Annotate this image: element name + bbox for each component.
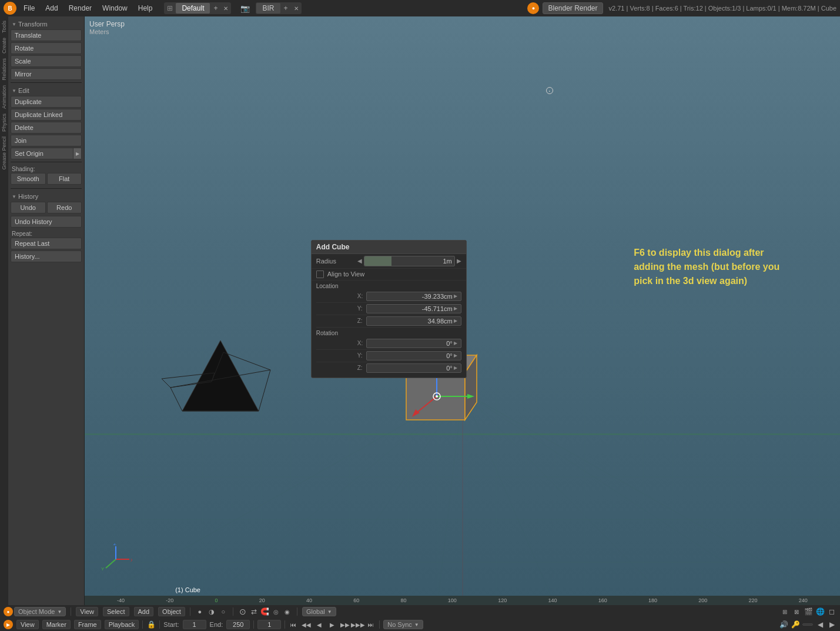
sidebar-tab-animation[interactable]: Animation xyxy=(1,84,8,111)
object-icon2[interactable]: ◻ xyxy=(827,607,836,616)
svg-point-35 xyxy=(436,395,438,398)
history-button[interactable]: History... xyxy=(11,251,82,262)
menu-file[interactable]: File xyxy=(20,3,38,14)
join-button[interactable]: Join xyxy=(11,135,82,146)
next-frame-button[interactable]: ▶▶▶ xyxy=(353,620,363,629)
timeline-view-button[interactable]: View xyxy=(16,620,39,629)
next-keyframe-button[interactable]: ▶▶ xyxy=(340,620,350,629)
flat-button[interactable]: Flat xyxy=(47,173,82,185)
delete-button[interactable]: Delete xyxy=(11,122,82,133)
blender-logo[interactable]: B xyxy=(4,2,16,15)
solid-shading-icon[interactable]: ● xyxy=(195,607,205,616)
duplicate-button[interactable]: Duplicate xyxy=(11,96,82,108)
current-frame-input[interactable] xyxy=(257,620,281,629)
timeline-playback-button[interactable]: Playback xyxy=(105,620,139,629)
timeline-lock-icon[interactable]: 🔒 xyxy=(146,620,156,629)
set-origin-button[interactable]: Set Origin xyxy=(11,148,73,159)
start-frame-input[interactable] xyxy=(183,620,206,629)
render-layers-icon[interactable]: ⊠ xyxy=(792,607,801,616)
menu-help[interactable]: Help xyxy=(135,3,156,14)
repeat-last-button[interactable]: Repeat Last xyxy=(11,238,82,249)
rotation-x-field[interactable]: 0° ▶ xyxy=(366,339,461,348)
keying-icon[interactable]: 🔑 xyxy=(791,620,800,629)
mode-selector-group: ● Object Mode ▼ xyxy=(4,607,66,616)
right-status-icons: ⊞ ⊠ 🎬 🌐 ◻ xyxy=(780,607,836,616)
transform-orientation-icon[interactable]: ⇄ xyxy=(249,607,259,616)
layer-icon[interactable]: ⊞ xyxy=(780,607,789,616)
translate-button[interactable]: Translate xyxy=(11,29,82,41)
timeline-right-icons: 🔊 🔑 ◀ ▶ xyxy=(779,620,836,629)
timeline-marker-button[interactable]: Marker xyxy=(42,620,71,629)
shading-label: Shading: xyxy=(11,165,82,173)
sync-dropdown[interactable]: No Sync ▼ xyxy=(383,620,423,629)
undo-history-button[interactable]: Undo History xyxy=(11,216,82,228)
location-y-field[interactable]: -45.711cm ▶ xyxy=(366,304,461,313)
tab-close-left[interactable]: ✕ xyxy=(221,4,230,13)
material-shading-icon[interactable]: ◑ xyxy=(207,607,216,616)
add-cube-dialog: Add Cube Radius ◀ 1m ▶ Align to View Loc… xyxy=(311,240,467,378)
set-origin-arrow[interactable]: ▶ xyxy=(73,148,82,159)
menu-add[interactable]: Add xyxy=(42,3,61,14)
workspace-icon[interactable]: ⊞ xyxy=(165,3,175,14)
tab-add-right[interactable]: + xyxy=(281,3,291,14)
smooth-button[interactable]: Smooth xyxy=(11,173,46,185)
sidebar-tab-physics[interactable]: Physics xyxy=(1,112,8,133)
rotation-y-field[interactable]: 0° ▶ xyxy=(366,351,461,360)
rotation-section: Rotation X: 0° ▶ Y: 0° ▶ Z: 0° ▶ xyxy=(312,328,466,374)
mode-dropdown[interactable]: Object Mode ▼ xyxy=(14,607,66,616)
location-x-field[interactable]: -39.233cm ▶ xyxy=(366,292,461,301)
location-z-field[interactable]: 34.98cm ▶ xyxy=(366,316,461,326)
object-button[interactable]: Object xyxy=(158,607,185,616)
tab-add-left[interactable]: + xyxy=(210,3,220,14)
render-engine-selector[interactable]: Blender Render xyxy=(543,2,603,14)
world-icon[interactable]: 🌐 xyxy=(815,607,825,616)
mirror-button[interactable]: Mirror xyxy=(11,68,82,80)
workspace-tabs-right: BIR + ✕ xyxy=(256,2,301,14)
location-z-row: Z: 34.98cm ▶ xyxy=(316,315,461,328)
radius-field[interactable]: 1m xyxy=(364,256,455,266)
add-button[interactable]: Add xyxy=(134,607,154,616)
tab-close-right[interactable]: ✕ xyxy=(292,4,301,13)
undo-button[interactable]: Undo xyxy=(11,202,46,213)
play-button[interactable]: ▶ xyxy=(327,620,337,629)
view-button[interactable]: View xyxy=(76,607,98,616)
menu-render[interactable]: Render xyxy=(65,3,95,14)
audio-icon[interactable]: 🔊 xyxy=(779,620,788,629)
radius-decrease[interactable]: ◀ xyxy=(357,258,362,264)
transform-space-dropdown[interactable]: Global ▼ xyxy=(302,607,336,616)
radius-increase[interactable]: ▶ xyxy=(457,258,461,264)
snap-icon[interactable]: 🧲 xyxy=(260,607,270,616)
sidebar-tab-create[interactable]: Create xyxy=(1,36,8,55)
tab-default[interactable]: Default xyxy=(176,3,210,14)
pivot-icon[interactable]: ⊙ xyxy=(238,607,247,616)
proportional-edit2-icon[interactable]: ◉ xyxy=(283,607,292,616)
workspace-icon-right: 📷 xyxy=(238,4,252,13)
scene-icon[interactable]: 🎬 xyxy=(804,607,813,616)
timeline-frame-button[interactable]: Frame xyxy=(74,620,101,629)
sidebar-tab-relations[interactable]: Relations xyxy=(1,56,8,82)
end-frame-input[interactable] xyxy=(226,620,250,629)
rendered-shading-icon[interactable]: ○ xyxy=(219,607,228,616)
camera-icon[interactable]: 📷 xyxy=(238,3,252,14)
redo-button[interactable]: Redo xyxy=(47,202,82,213)
prev-frame-button[interactable]: ◀◀ xyxy=(302,620,311,629)
undo-redo-row: Undo Redo xyxy=(11,202,82,215)
align-to-view-checkbox[interactable] xyxy=(316,271,324,278)
bottom-status-bar: ● Object Mode ▼ View Select Add Object ●… xyxy=(0,605,840,618)
scale-button[interactable]: Scale xyxy=(11,55,82,67)
sidebar-tab-tools[interactable]: Tools xyxy=(1,19,8,35)
next-keying-icon[interactable]: ▶ xyxy=(827,620,836,629)
jump-to-start-button[interactable]: ⏮ xyxy=(289,620,298,629)
sidebar-tab-grease-pencil[interactable]: Grease Pencil xyxy=(1,135,8,172)
tab-bir[interactable]: BIR xyxy=(256,3,280,14)
keying-set-field[interactable] xyxy=(802,623,813,626)
menu-window[interactable]: Window xyxy=(99,3,131,14)
rotate-button[interactable]: Rotate xyxy=(11,42,82,54)
duplicate-linked-button[interactable]: Duplicate Linked xyxy=(11,109,82,121)
rotation-z-field[interactable]: 0° ▶ xyxy=(366,363,461,373)
proportional-edit-icon[interactable]: ◎ xyxy=(272,607,281,616)
prev-keying-icon[interactable]: ◀ xyxy=(815,620,825,629)
select-button[interactable]: Select xyxy=(103,607,129,616)
prev-keyframe-button[interactable]: ◀ xyxy=(314,620,324,629)
jump-to-end-button[interactable]: ⏭ xyxy=(366,620,376,629)
